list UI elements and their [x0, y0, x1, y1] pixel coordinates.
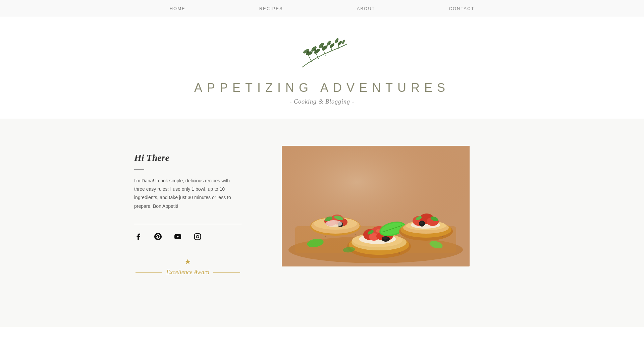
food-image-container — [282, 146, 470, 266]
bio-text: I'm Dana! I cook simple, delicious recip… — [134, 177, 241, 210]
greeting-heading: Hi There — [134, 153, 241, 163]
svg-point-11 — [307, 51, 309, 53]
svg-point-10 — [341, 39, 345, 44]
facebook-icon[interactable] — [134, 233, 142, 241]
award-section: ★ Excellence Award — [134, 257, 241, 276]
svg-point-8 — [334, 38, 339, 44]
award-line-left — [136, 272, 162, 273]
site-title: APPETIZING ADVENTURES — [194, 81, 450, 95]
svg-point-12 — [314, 49, 316, 51]
pinterest-icon[interactable] — [154, 233, 162, 241]
award-label: Excellence Award — [166, 269, 209, 276]
social-icons-bar — [134, 233, 241, 241]
award-star-icon: ★ — [184, 257, 191, 266]
youtube-icon[interactable] — [174, 233, 182, 241]
hero-section: APPETIZING ADVENTURES - Cooking & Bloggi… — [0, 17, 644, 119]
instagram-icon[interactable] — [194, 233, 202, 241]
svg-rect-17 — [195, 234, 201, 240]
nav-item-home[interactable]: HOME — [170, 5, 185, 11]
svg-point-13 — [322, 46, 324, 47]
site-tagline: - Cooking & Blogging - — [290, 98, 355, 105]
leaf-illustration — [292, 37, 352, 74]
award-lines: Excellence Award — [136, 269, 240, 276]
svg-point-15 — [337, 41, 338, 42]
nav-item-contact[interactable]: CONTACT — [449, 5, 475, 11]
main-content-section: Hi There I'm Dana! I cook simple, delici… — [0, 119, 644, 327]
greeting-divider — [134, 169, 144, 170]
left-panel: Hi There I'm Dana! I cook simple, delici… — [134, 146, 241, 276]
social-divider — [134, 224, 241, 224]
nav-item-about[interactable]: ABOUT — [357, 5, 375, 11]
svg-point-19 — [199, 235, 200, 235]
food-image-panel — [282, 146, 470, 266]
nav-item-recipes[interactable]: RECIPES — [259, 5, 283, 11]
award-line-right — [213, 272, 240, 273]
main-navigation: HOME RECIPES ABOUT CONTACT — [0, 0, 644, 17]
svg-point-18 — [196, 235, 199, 238]
svg-point-14 — [329, 43, 331, 45]
svg-rect-71 — [282, 146, 470, 266]
bruschetta-illustration — [282, 146, 470, 266]
